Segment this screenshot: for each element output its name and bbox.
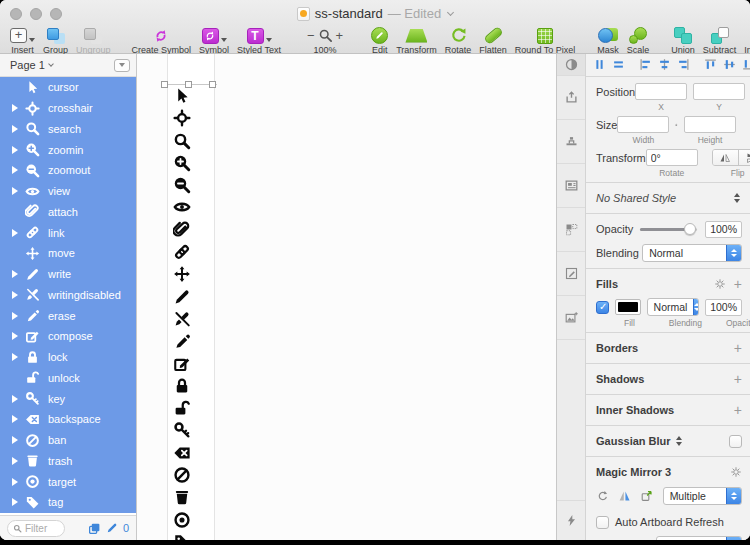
opacity-value[interactable]: 100% [705, 221, 742, 238]
disclosure-triangle-icon[interactable] [12, 146, 22, 154]
canvas-layer-lock[interactable] [173, 377, 209, 399]
document-status[interactable]: — Edited [388, 6, 441, 21]
toolbar-item-styled-text[interactable]: TStyled Text [237, 27, 281, 55]
layer-row-ban[interactable]: ban [0, 430, 136, 451]
canvas-layer-view[interactable] [173, 198, 209, 220]
layer-row-crosshair[interactable]: crosshair [0, 98, 136, 119]
disclosure-triangle-icon[interactable] [12, 229, 22, 237]
layer-row-cursor[interactable]: cursor [0, 77, 136, 98]
disclosure-triangle-icon[interactable] [12, 312, 22, 320]
align-right-icon[interactable] [676, 57, 691, 74]
layer-row-zoomin[interactable]: zoomin [0, 139, 136, 160]
disclosure-triangle-icon[interactable] [12, 332, 22, 340]
magic-mirror-mode-select[interactable]: Multiple [663, 487, 742, 505]
layer-row-compose[interactable]: compose [0, 326, 136, 347]
canvas-layer-search[interactable] [173, 132, 209, 154]
canvas-layer-move[interactable] [173, 265, 209, 287]
toolbar-item-intersect[interactable]: Intersect [744, 27, 750, 55]
add-fill-button[interactable]: + [734, 276, 742, 292]
disclosure-triangle-icon[interactable] [12, 125, 22, 133]
page-list-button[interactable] [114, 59, 130, 72]
align-bottom-icon[interactable] [741, 57, 750, 74]
add-button[interactable]: + [734, 340, 742, 356]
blending-stepper-icon[interactable] [726, 245, 741, 261]
selection-handle[interactable] [161, 81, 168, 88]
layer-row-backspace[interactable]: backspace [0, 409, 136, 430]
magic-mirror-gear-icon[interactable] [730, 466, 742, 478]
toolbar-item-rotate[interactable]: Rotate [445, 27, 472, 55]
canvas-layer-zoomin[interactable] [173, 154, 209, 176]
refresh-icon[interactable] [596, 489, 609, 503]
canvas-layer-attach[interactable] [173, 221, 209, 243]
toolbar-item-insert[interactable]: +Insert [10, 27, 35, 55]
gaussian-blur-header[interactable]: Gaussian Blur [596, 430, 742, 452]
panel-tab-card-icon[interactable] [557, 164, 585, 208]
shared-style-row[interactable]: No Shared Style [596, 187, 742, 209]
canvas-layer-unlock[interactable] [173, 399, 209, 421]
title-chevron-down-icon[interactable] [447, 9, 454, 16]
zoom-in-button[interactable]: + [336, 28, 344, 43]
canvas-layer-zoomout[interactable] [173, 176, 209, 198]
opacity-slider-knob[interactable] [684, 223, 696, 235]
flip-horizontal-button[interactable] [713, 150, 738, 165]
align-left-icon[interactable] [638, 57, 653, 74]
filter-field[interactable] [7, 520, 65, 537]
flip-vertical-button[interactable] [738, 150, 750, 165]
height-input[interactable] [684, 116, 736, 133]
canvas-layer-tag[interactable] [173, 533, 209, 540]
distribute-vertically-icon[interactable] [611, 57, 626, 74]
fill-blending-select[interactable]: Normal [647, 298, 700, 316]
disclosure-triangle-icon[interactable] [12, 104, 22, 112]
disclosure-triangle-icon[interactable] [12, 436, 22, 444]
section-header-borders[interactable]: Borders+ [596, 337, 742, 359]
canvas-layer-backspace[interactable] [173, 444, 209, 466]
layer-row-link[interactable]: link [0, 222, 136, 243]
layer-row-trash[interactable]: trash [0, 451, 136, 472]
flip-preview-icon[interactable] [618, 489, 631, 503]
panel-tab-edit-box-icon[interactable] [557, 252, 585, 296]
toolbar-item-round-to-pixel[interactable]: Round To Pixel [515, 27, 575, 55]
page-selector-row[interactable]: Page 1 [0, 54, 136, 77]
layer-row-move[interactable]: move [0, 243, 136, 264]
magic-mirror-stepper-icon[interactable] [726, 488, 741, 504]
auto-artboard-refresh-checkbox[interactable] [596, 516, 609, 529]
disclosure-triangle-icon[interactable] [12, 415, 22, 423]
disclosure-triangle-icon[interactable] [12, 270, 22, 278]
disclosure-triangle-icon[interactable] [12, 478, 22, 486]
field-select-ban[interactable] [656, 536, 742, 541]
canvas-layer-cursor[interactable] [173, 87, 209, 109]
toolbar-item-edit[interactable]: Edit [371, 27, 388, 55]
layer-row-view[interactable]: view [0, 181, 136, 202]
canvas-layer-ban[interactable] [173, 466, 209, 488]
fill-color-swatch[interactable] [615, 299, 641, 315]
panel-tab-half-circle-icon[interactable] [557, 54, 585, 76]
fill-opacity-value[interactable]: 100% [705, 299, 742, 316]
disclosure-triangle-icon[interactable] [12, 498, 22, 506]
toolbar-item-scale[interactable]: Scale [627, 27, 650, 55]
gaussian-blur-checkbox[interactable] [729, 435, 742, 448]
canvas[interactable] [137, 54, 556, 540]
layer-row-attach[interactable]: attach [0, 202, 136, 223]
panel-tab-export-icon[interactable] [557, 76, 585, 120]
disclosure-triangle-icon[interactable] [12, 166, 22, 174]
blur-type-stepper-icon[interactable] [676, 436, 682, 446]
canvas-layer-erase[interactable] [173, 332, 209, 354]
rotate-input[interactable] [646, 149, 698, 166]
disclosure-triangle-icon[interactable] [12, 353, 22, 361]
panel-tab-image-plus-icon[interactable] [557, 296, 585, 340]
pencil-icon[interactable] [106, 522, 118, 534]
lightning-icon[interactable] [557, 500, 585, 540]
panel-tab-stamp-icon[interactable] [557, 120, 585, 164]
layer-row-lock[interactable]: lock [0, 347, 136, 368]
toolbar-item-mask[interactable]: Mask [597, 27, 619, 55]
layer-row-zoomout[interactable]: zoomout [0, 160, 136, 181]
distribute-horizontally-icon[interactable] [592, 57, 607, 74]
toolbar-item-flatten[interactable]: Flatten [479, 27, 507, 55]
canvas-layer-crosshair[interactable] [173, 109, 209, 131]
disclosure-triangle-icon[interactable] [12, 395, 22, 403]
toolbar-item-create-symbol[interactable]: Create Symbol [132, 27, 192, 55]
width-input[interactable] [617, 116, 669, 133]
add-button[interactable]: + [734, 402, 742, 418]
paste-artboard-icon[interactable] [640, 489, 653, 503]
canvas-layer-write[interactable] [173, 288, 209, 310]
